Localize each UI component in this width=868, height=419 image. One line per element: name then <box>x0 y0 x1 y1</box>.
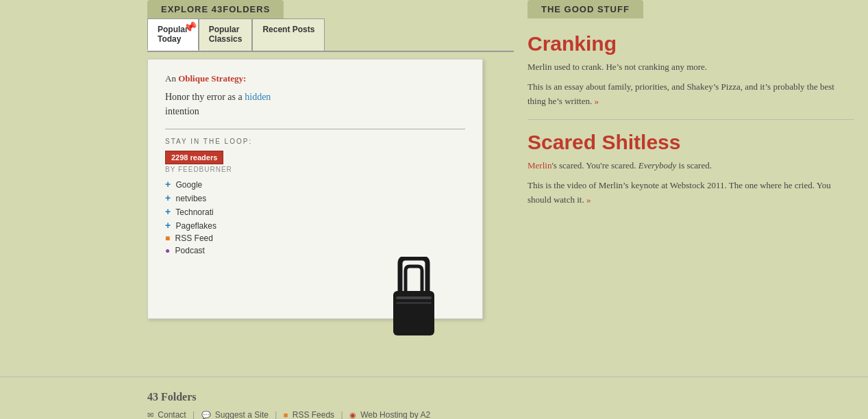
scared-read-more[interactable]: » <box>586 194 591 205</box>
oblique-line1: Honor thy error as a <box>165 92 245 102</box>
oblique-prefix: An <box>165 73 178 84</box>
webhost-icon: ◉ <box>349 411 356 419</box>
cranking-desc1: Merlin used to crank. He’s not cranking … <box>528 60 854 75</box>
tab-recent-posts-label: Recent Posts <box>262 25 314 34</box>
readers-count: 2298 <box>171 153 188 162</box>
rss-footer-icon: ■ <box>284 411 288 419</box>
card-area: An Oblique Strategy: Honor thy error as … <box>147 59 483 319</box>
oblique-text: Honor thy error as a hidden intention <box>165 90 465 118</box>
oblique-title: An Oblique Strategy: <box>165 73 465 84</box>
footer-brand: 43 Folders <box>147 391 721 403</box>
technorati-label: Technorati <box>175 207 213 217</box>
podcast-label: Podcast <box>175 246 205 255</box>
technorati-plus-icon: + <box>165 206 171 217</box>
right-panel: THE GOOD STUFF Cranking Merlin used to c… <box>514 0 868 356</box>
webhost-link[interactable]: Web Hosting by A2 <box>360 410 430 419</box>
scared-title[interactable]: Scared Shitless <box>528 131 854 153</box>
podcast-icon: ● <box>165 246 170 255</box>
google-label: Google <box>176 180 203 190</box>
readers-label: readers <box>190 153 218 162</box>
sep1: | <box>193 410 195 419</box>
good-stuff-header: THE GOOD STUFF <box>528 0 643 18</box>
google-plus-icon: + <box>165 179 171 190</box>
rss-feeds-link[interactable]: RSS Feeds <box>293 410 334 419</box>
article-cranking: Cranking Merlin used to crank. He’s not … <box>528 32 854 108</box>
netvibes-label: netvibes <box>176 194 207 203</box>
cranking-title[interactable]: Cranking <box>528 32 854 55</box>
explore-header: EXPLORE 43FOLDERS <box>147 0 284 18</box>
tabs-container: PopularToday 📌 PopularClassics Recent Po… <box>147 18 514 52</box>
rss-label: RSS Feed <box>175 233 213 243</box>
cranking-desc2: This is an essay about family, prioritie… <box>528 80 854 109</box>
oblique-strategy-link[interactable]: Oblique Strategy: <box>178 73 246 84</box>
footer: 43 Folders ✉ Contact | 💬 Suggest a Site … <box>0 377 868 419</box>
article-separator <box>528 119 854 120</box>
oblique-line2: intention <box>165 106 199 116</box>
main-content: EXPLORE 43FOLDERS PopularToday 📌 Popular… <box>0 0 868 377</box>
pageflakes-plus-icon: + <box>165 220 171 231</box>
tab-popular-today[interactable]: PopularToday 📌 <box>147 18 199 51</box>
paper-stack: An Oblique Strategy: Honor thy error as … <box>147 59 483 319</box>
feedburner-button[interactable]: 2298 readers <box>165 151 223 164</box>
cranking-desc2-text: This is an essay about family, prioritie… <box>528 81 834 106</box>
tab-popular-classics-label: PopularClassics <box>209 25 243 44</box>
everybody-text: Everybody <box>638 160 677 170</box>
email-icon: ✉ <box>147 411 153 419</box>
tab-recent-posts[interactable]: Recent Posts <box>252 18 325 51</box>
podcast-link[interactable]: ● Podcast <box>165 246 465 255</box>
left-panel: EXPLORE 43FOLDERS PopularToday 📌 Popular… <box>0 0 514 356</box>
google-service-link[interactable]: + Google <box>165 179 465 190</box>
netvibes-service-link[interactable]: + netvibes <box>165 192 465 203</box>
scared-desc1-suffix: 's scared. You're scared. <box>551 160 638 170</box>
hidden-link[interactable]: hidden <box>245 92 271 102</box>
tab-popular-classics[interactable]: PopularClassics <box>199 18 253 51</box>
content-divider <box>165 129 465 129</box>
svg-rect-2 <box>396 302 432 304</box>
suggest-link[interactable]: Suggest a Site <box>215 410 269 419</box>
article-scared-shitless: Scared Shitless Merlin's scared. You're … <box>528 131 854 207</box>
contact-link[interactable]: Contact <box>158 410 186 419</box>
scared-desc1: Merlin's scared. You're scared. Everybod… <box>528 159 854 173</box>
scared-desc2: This is the video of Merlin’s keynote at… <box>528 179 854 207</box>
footer-links: ✉ Contact | 💬 Suggest a Site | ■ RSS Fee… <box>147 410 721 419</box>
sep2: | <box>275 410 277 419</box>
scared-desc2-text: This is the video of Merlin’s keynote at… <box>528 180 831 205</box>
cranking-read-more[interactable]: » <box>595 96 599 106</box>
feedburner-label: BY FEEDBURNER <box>165 166 465 173</box>
pageflakes-label: Pageflakes <box>176 221 216 231</box>
page-wrapper: EXPLORE 43FOLDERS PopularToday 📌 Popular… <box>0 0 868 419</box>
technorati-service-link[interactable]: + Technorati <box>165 206 465 217</box>
svg-rect-1 <box>396 296 432 299</box>
stay-in-loop-title: STAY IN THE LOOP: <box>165 138 465 145</box>
right-content: Cranking Merlin used to crank. He’s not … <box>528 18 854 207</box>
sep3: | <box>340 410 343 419</box>
comment-icon: 💬 <box>201 411 211 419</box>
netvibes-plus-icon: + <box>165 192 171 203</box>
rss-feed-link[interactable]: ■ RSS Feed <box>165 233 465 243</box>
merlin-link[interactable]: Merlin <box>528 160 551 170</box>
scared-is: is scared. <box>676 160 712 170</box>
pageflakes-service-link[interactable]: + Pageflakes <box>165 220 465 231</box>
binder-clip <box>386 257 441 332</box>
rss-icon: ■ <box>165 233 170 243</box>
feedburner-block: 2298 readers BY FEEDBURNER <box>165 151 465 173</box>
